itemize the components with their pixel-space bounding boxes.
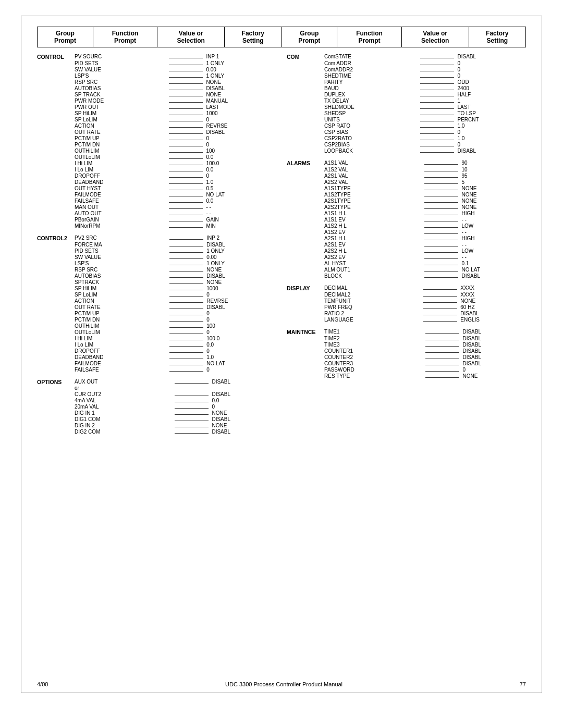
factory-setting-cell: NONE	[204, 279, 276, 285]
section-table-display: DISPLAYDECIMALXXXXDECIMAL2XXXXTEMPUNITNO…	[287, 284, 526, 323]
factory-setting-cell: 1 ONLY	[204, 72, 276, 79]
underline-field	[169, 329, 203, 334]
factory-setting-cell: 0	[210, 403, 276, 410]
table-row: PCT/M UP0	[37, 310, 276, 316]
factory-setting-cell: MIN	[204, 223, 276, 229]
group-label-cell	[37, 254, 72, 260]
function-name-cell: UNITS	[322, 116, 419, 122]
group-label-cell	[287, 191, 322, 198]
function-name-cell: PASSWORD	[322, 366, 424, 373]
factory-setting-cell: TO LSP	[456, 110, 526, 116]
value-selection-cell	[168, 341, 204, 348]
underline-field	[169, 261, 203, 265]
function-name-cell: or	[72, 385, 173, 391]
function-name-cell: SHEDMODE	[322, 104, 419, 110]
factory-setting-cell: DISABL	[210, 428, 276, 435]
table-row: PCT/M DN0	[37, 141, 276, 147]
table-row: OUTLoLIM0.0	[37, 154, 276, 160]
function-name-cell: TX DELAY	[322, 97, 419, 104]
value-selection-cell	[422, 316, 458, 323]
underline-field	[169, 135, 203, 140]
function-name-cell: PCT/M UP	[72, 310, 168, 316]
underline-field	[169, 342, 203, 347]
function-name-cell: DROPOFF	[72, 172, 167, 179]
underline-field	[423, 304, 457, 309]
factory-setting-cell: XXXX	[458, 291, 526, 298]
value-selection-cell	[168, 260, 204, 266]
factory-setting-cell: 90	[459, 159, 526, 166]
underline-field	[169, 204, 203, 209]
group-label-cell	[287, 241, 322, 248]
value-selection-cell	[424, 341, 460, 348]
group-label-cell	[37, 116, 72, 122]
group-label-cell: DISPLAY	[287, 284, 322, 291]
factory-setting-cell: DISABL	[210, 416, 276, 422]
col-group-prompt-left: Group Prompt	[38, 27, 93, 47]
group-label-cell	[37, 104, 72, 110]
group-label-cell	[37, 403, 72, 410]
underline-field	[420, 85, 454, 90]
underline-field	[425, 336, 459, 340]
table-row: LSP'S1 ONLY	[37, 72, 276, 79]
value-selection-cell	[168, 360, 204, 366]
factory-setting-cell: DISABL	[458, 310, 526, 316]
table-row: FAILMODENO LAT	[37, 191, 276, 198]
factory-setting-cell: REVRSE	[204, 122, 276, 129]
group-label-cell	[37, 79, 72, 85]
factory-setting-cell: 0.5	[204, 185, 276, 191]
value-selection-cell	[167, 91, 204, 97]
group-label-cell: CONTROL	[37, 53, 72, 60]
value-selection-cell	[168, 285, 204, 291]
group-label-cell	[37, 360, 72, 366]
value-selection-cell	[422, 291, 458, 298]
function-name-cell: AUTOBIAS	[72, 273, 168, 279]
factory-setting-cell: DISABL	[204, 85, 276, 91]
underline-field	[169, 98, 203, 103]
function-name-cell: TIME3	[322, 341, 424, 348]
function-name-cell: LANGUAGE	[322, 316, 422, 323]
underline-field	[420, 117, 454, 121]
value-selection-cell	[419, 110, 456, 116]
table-row: PID SETS1 ONLY	[37, 248, 276, 254]
group-label-cell	[37, 185, 72, 191]
function-name-cell: PCT/M DN	[72, 316, 168, 323]
factory-setting-cell: 5	[459, 179, 526, 185]
factory-setting-cell: GAIN	[204, 216, 276, 223]
group-label-cell	[37, 85, 72, 91]
function-name-cell: I Lo LIM	[72, 166, 167, 172]
table-row: FAILSAFE0.0	[37, 198, 276, 204]
value-selection-cell	[424, 373, 460, 379]
table-row: OPTIONSAUX OUTDISABL	[37, 378, 276, 385]
table-row: A2S2TYPENONE	[287, 204, 526, 210]
value-selection-cell	[167, 104, 204, 110]
table-row: OUTHiLIM100	[37, 323, 276, 329]
function-name-cell: BLOCK	[322, 273, 423, 279]
function-name-cell: FAILSAFE	[72, 198, 167, 204]
group-label-cell	[287, 129, 322, 135]
factory-setting-cell: INP 2	[204, 234, 276, 241]
underline-field	[169, 167, 203, 171]
factory-setting-cell: 1.0	[204, 179, 276, 185]
underline-field	[423, 292, 457, 297]
underline-field	[424, 261, 458, 265]
function-name-cell: PCT/M UP	[72, 135, 167, 141]
value-selection-cell	[167, 141, 204, 147]
group-label-cell	[37, 304, 72, 310]
value-selection-cell	[173, 403, 210, 410]
underline-field	[425, 361, 459, 365]
underline-field	[169, 73, 203, 78]
value-selection-cell	[419, 116, 456, 122]
function-name-cell: A1S2 EV	[322, 229, 423, 235]
group-label-cell	[287, 60, 322, 66]
value-selection-cell	[419, 53, 456, 60]
function-name-cell: OUTLoLIM	[72, 154, 167, 160]
function-name-cell: CSP BIAS	[322, 129, 419, 135]
function-name-cell: PWR MODE	[72, 97, 167, 104]
underline-field	[420, 104, 454, 109]
group-label-cell	[37, 154, 72, 160]
group-label-cell	[287, 91, 322, 97]
underline-field	[169, 367, 203, 372]
function-name-cell: CSP2RATO	[322, 135, 419, 141]
section-table-maintnce: MAINTNCETIME1DISABLTIME2DISABLTIME3DISAB…	[287, 328, 526, 379]
factory-setting-cell: 0	[456, 72, 526, 79]
